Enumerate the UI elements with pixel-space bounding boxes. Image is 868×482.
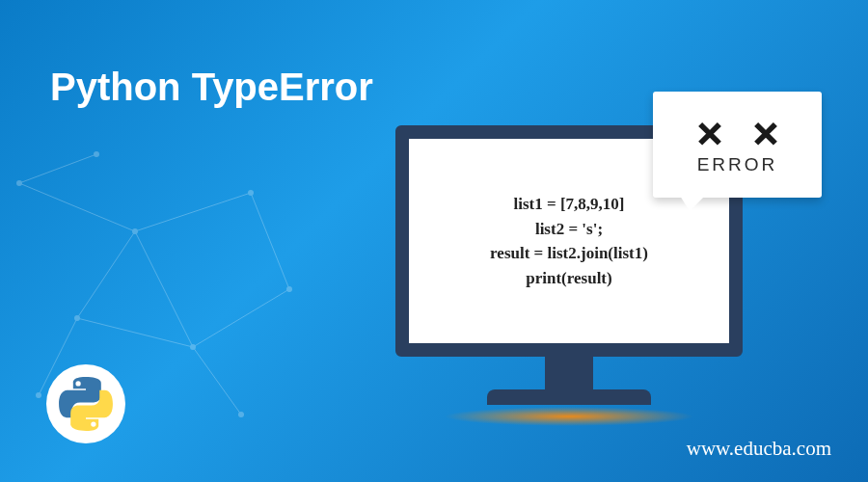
watermark: www.educba.com xyxy=(687,437,831,461)
x-icon xyxy=(695,118,724,147)
code-line: result = list2.join(list1) xyxy=(490,241,648,266)
code-line: list1 = [7,8,9,10] xyxy=(490,192,648,217)
svg-point-15 xyxy=(286,286,292,292)
python-logo-icon xyxy=(58,376,114,432)
code-line: list2 = 's'; xyxy=(490,217,648,242)
svg-line-9 xyxy=(19,154,96,183)
svg-point-12 xyxy=(74,315,80,321)
svg-line-4 xyxy=(135,193,251,231)
svg-point-13 xyxy=(190,344,196,350)
svg-line-5 xyxy=(251,193,289,289)
svg-line-3 xyxy=(135,231,193,347)
svg-line-6 xyxy=(193,289,289,347)
svg-point-17 xyxy=(238,412,244,417)
error-popup: ERROR xyxy=(653,92,822,198)
monitor-stand xyxy=(545,357,593,389)
error-label: ERROR xyxy=(697,154,778,175)
monitor-base xyxy=(487,389,651,405)
svg-point-14 xyxy=(248,190,254,196)
svg-line-0 xyxy=(19,183,135,231)
svg-line-8 xyxy=(193,347,241,415)
code-line: print(result) xyxy=(490,266,648,291)
svg-line-2 xyxy=(77,318,193,347)
svg-point-11 xyxy=(132,228,138,234)
x-icon xyxy=(751,118,780,147)
monitor-shadow xyxy=(444,407,694,426)
svg-point-10 xyxy=(16,180,22,186)
svg-line-1 xyxy=(77,231,135,318)
python-logo-badge xyxy=(46,364,125,443)
svg-point-16 xyxy=(36,392,41,398)
svg-point-18 xyxy=(94,151,99,157)
code-snippet: list1 = [7,8,9,10] list2 = 's'; result =… xyxy=(490,192,648,290)
page-title: Python TypeError xyxy=(50,66,373,109)
